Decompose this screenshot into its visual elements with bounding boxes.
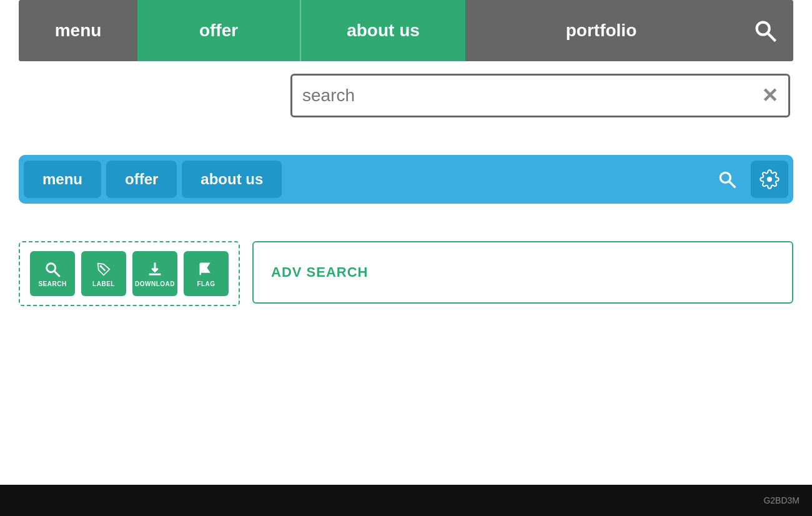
blue-about-label: about us bbox=[201, 171, 263, 188]
blue-menu-label: menu bbox=[42, 171, 82, 188]
nav-search-button[interactable] bbox=[737, 0, 793, 61]
tool-search-label: SEARCH bbox=[38, 280, 66, 287]
blue-nav-menu[interactable]: menu bbox=[24, 161, 101, 198]
about-label: about us bbox=[347, 21, 420, 41]
blue-search-button[interactable] bbox=[708, 161, 746, 198]
svg-line-1 bbox=[768, 34, 776, 41]
search-clear-button[interactable]: ✕ bbox=[761, 84, 778, 107]
bottom-section: SEARCH LABEL DOWNLOAD F bbox=[19, 241, 793, 306]
adv-search-label: ADV SEARCH bbox=[271, 264, 368, 280]
blue-navbar: menu offer about us bbox=[19, 155, 793, 204]
top-navbar: menu offer about us portfolio bbox=[19, 0, 793, 61]
blue-search-icon bbox=[717, 169, 737, 189]
toolbar-box: SEARCH LABEL DOWNLOAD F bbox=[19, 241, 240, 306]
tool-download-icon bbox=[146, 260, 164, 278]
watermark-text: G2BD3M bbox=[763, 495, 800, 505]
search-bar-row: ✕ bbox=[19, 74, 793, 117]
nav-offer-item[interactable]: offer bbox=[137, 0, 300, 61]
nav-menu-item[interactable]: menu bbox=[19, 0, 137, 61]
tool-label-label: LABEL bbox=[92, 280, 115, 287]
blue-nav-spacer bbox=[287, 161, 703, 198]
search-bar-container: ✕ bbox=[290, 74, 790, 117]
tool-download-button[interactable]: DOWNLOAD bbox=[132, 251, 177, 296]
tool-search-button[interactable]: SEARCH bbox=[30, 251, 75, 296]
svg-line-3 bbox=[730, 182, 735, 187]
nav-about-item[interactable]: about us bbox=[300, 0, 465, 61]
svg-point-7 bbox=[100, 265, 102, 267]
tool-label-button[interactable]: LABEL bbox=[81, 251, 126, 296]
tool-search-icon bbox=[44, 260, 61, 278]
blue-offer-label: offer bbox=[125, 171, 158, 188]
blue-nav-about[interactable]: about us bbox=[182, 161, 282, 198]
tool-flag-button[interactable]: FLAG bbox=[184, 251, 229, 296]
svg-point-0 bbox=[757, 22, 770, 35]
blue-gear-button[interactable] bbox=[751, 161, 788, 198]
svg-line-5 bbox=[55, 271, 60, 276]
svg-marker-10 bbox=[201, 263, 209, 272]
adv-search-box[interactable]: ADV SEARCH bbox=[252, 241, 793, 304]
tool-flag-label: FLAG bbox=[197, 280, 215, 287]
tool-download-label: DOWNLOAD bbox=[135, 280, 175, 287]
blue-nav-wrap: menu offer about us bbox=[0, 155, 812, 204]
tool-label-icon bbox=[95, 260, 112, 278]
menu-label: menu bbox=[55, 21, 102, 41]
portfolio-label: portfolio bbox=[566, 21, 637, 41]
gear-icon bbox=[760, 169, 780, 189]
svg-point-2 bbox=[720, 172, 730, 182]
blue-nav-offer[interactable]: offer bbox=[106, 161, 177, 198]
offer-label: offer bbox=[199, 21, 238, 41]
search-icon bbox=[753, 18, 778, 43]
tool-flag-icon bbox=[197, 260, 215, 278]
black-bottom-bar: G2BD3M bbox=[0, 485, 812, 516]
search-input[interactable] bbox=[302, 86, 761, 106]
nav-portfolio-item[interactable]: portfolio bbox=[465, 0, 737, 61]
svg-point-4 bbox=[47, 263, 56, 272]
